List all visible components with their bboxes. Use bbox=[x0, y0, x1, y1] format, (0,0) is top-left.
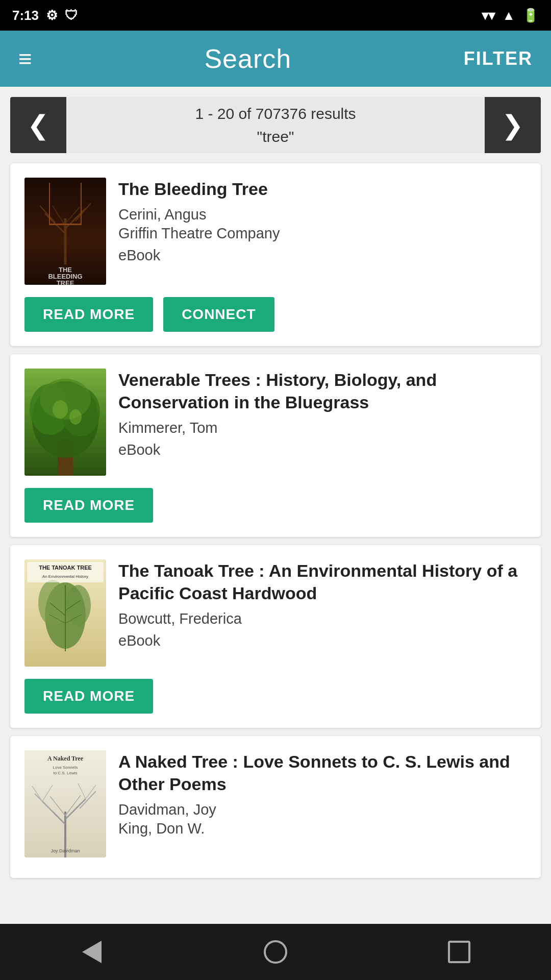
book-title-1: The Bleeding Tree bbox=[118, 178, 527, 200]
home-nav-button[interactable] bbox=[250, 937, 301, 967]
gear-icon: ⚙ bbox=[46, 8, 58, 23]
book-format-3: eBook bbox=[118, 632, 527, 649]
book-card-4: A Naked Tree Love Sonnets to C.S. Lewis … bbox=[10, 736, 541, 878]
svg-point-18 bbox=[53, 400, 68, 419]
time-display: 7:13 bbox=[12, 8, 39, 23]
status-right: ▾▾ ▲ 🔋 bbox=[482, 8, 539, 23]
status-bar: 7:13 ⚙ 🛡 ▾▾ ▲ 🔋 bbox=[0, 0, 551, 31]
book-cover-3: THE TANOAK TREE An Environmental History bbox=[24, 559, 106, 667]
book-author-4a: Davidman, Joy bbox=[118, 801, 527, 818]
book-title-2: Venerable Trees : History, Biology, and … bbox=[118, 369, 527, 413]
battery-icon: 🔋 bbox=[522, 8, 539, 23]
svg-line-8 bbox=[65, 207, 80, 224]
book-info-4: A Naked Tree : Love Sonnets to C. S. Lew… bbox=[118, 750, 527, 839]
svg-text:An Environmental History: An Environmental History bbox=[42, 574, 88, 579]
svg-text:THE TANOAK TREE: THE TANOAK TREE bbox=[39, 565, 92, 571]
book-format-2: eBook bbox=[118, 442, 527, 458]
svg-point-23 bbox=[65, 585, 91, 626]
pagination-info: 1 - 20 of 707376 results "tree" bbox=[66, 102, 485, 148]
search-query: "tree" bbox=[66, 125, 485, 148]
book-author-1a: Cerini, Angus bbox=[118, 206, 527, 223]
svg-point-19 bbox=[69, 409, 82, 425]
shield-icon: 🛡 bbox=[65, 8, 78, 23]
toolbar: ≡ Search FILTER bbox=[0, 31, 551, 87]
results-count: 1 - 20 of 707376 results bbox=[66, 102, 485, 125]
prev-page-button[interactable]: ❮ bbox=[10, 97, 66, 153]
book-author-3: Bowcutt, Frederica bbox=[118, 610, 527, 627]
read-more-button-3[interactable]: READ MORE bbox=[24, 679, 153, 714]
book-card-3: THE TANOAK TREE An Environmental History… bbox=[10, 545, 541, 728]
home-nav-icon bbox=[264, 940, 287, 964]
wifi-icon: ▾▾ bbox=[482, 8, 495, 23]
book-card-2: Venerable Trees : History, Biology, and … bbox=[10, 354, 541, 537]
book-actions-3: READ MORE bbox=[24, 679, 527, 714]
recents-nav-icon bbox=[448, 941, 470, 963]
book-cover-1: THE BLEEDING TREE bbox=[24, 178, 106, 285]
back-nav-button[interactable] bbox=[66, 937, 117, 967]
book-title-3: The Tanoak Tree : An Environmental Histo… bbox=[118, 559, 527, 604]
page-title: Search bbox=[204, 43, 291, 74]
bottom-navigation bbox=[0, 924, 551, 980]
svg-line-7 bbox=[53, 206, 65, 226]
book-info-3: The Tanoak Tree : An Environmental Histo… bbox=[118, 559, 527, 649]
svg-text:TREE: TREE bbox=[57, 279, 74, 285]
svg-point-22 bbox=[38, 580, 67, 626]
menu-icon[interactable]: ≡ bbox=[18, 45, 32, 72]
connect-button-1[interactable]: CONNECT bbox=[163, 297, 274, 332]
book-title-4: A Naked Tree : Love Sonnets to C. S. Lew… bbox=[118, 750, 527, 795]
results-list: THE BLEEDING TREE The Bleeding Tree Ceri… bbox=[0, 158, 551, 883]
recents-nav-button[interactable] bbox=[434, 937, 485, 967]
filter-button[interactable]: FILTER bbox=[464, 48, 533, 69]
pagination-bar: ❮ 1 - 20 of 707376 results "tree" ❯ bbox=[10, 97, 541, 153]
book-info-2: Venerable Trees : History, Biology, and … bbox=[118, 369, 527, 458]
book-author-4b: King, Don W. bbox=[118, 820, 527, 837]
book-cover-2 bbox=[24, 369, 106, 476]
status-left: 7:13 ⚙ 🛡 bbox=[12, 8, 78, 23]
svg-text:to C.S. Lewis: to C.S. Lewis bbox=[53, 771, 77, 775]
next-page-button[interactable]: ❯ bbox=[485, 97, 541, 153]
book-card-1: THE BLEEDING TREE The Bleeding Tree Ceri… bbox=[10, 163, 541, 346]
read-more-button-1[interactable]: READ MORE bbox=[24, 297, 153, 332]
book-info-1: The Bleeding Tree Cerini, Angus Griffin … bbox=[118, 178, 527, 264]
book-cover-4: A Naked Tree Love Sonnets to C.S. Lewis … bbox=[24, 750, 106, 857]
svg-text:A Naked Tree: A Naked Tree bbox=[47, 755, 84, 762]
svg-text:Love Sonnets: Love Sonnets bbox=[53, 765, 78, 770]
book-actions-1: READ MORE CONNECT bbox=[24, 297, 527, 332]
read-more-button-2[interactable]: READ MORE bbox=[24, 488, 153, 523]
book-author-2: Kimmerer, Tom bbox=[118, 420, 527, 436]
book-actions-2: READ MORE bbox=[24, 488, 527, 523]
book-format-1: eBook bbox=[118, 247, 527, 264]
back-nav-icon bbox=[82, 941, 102, 963]
signal-icon: ▲ bbox=[502, 8, 515, 23]
svg-text:Joy Davidman: Joy Davidman bbox=[51, 848, 80, 853]
book-author-1b: Griffin Theatre Company bbox=[118, 225, 527, 242]
